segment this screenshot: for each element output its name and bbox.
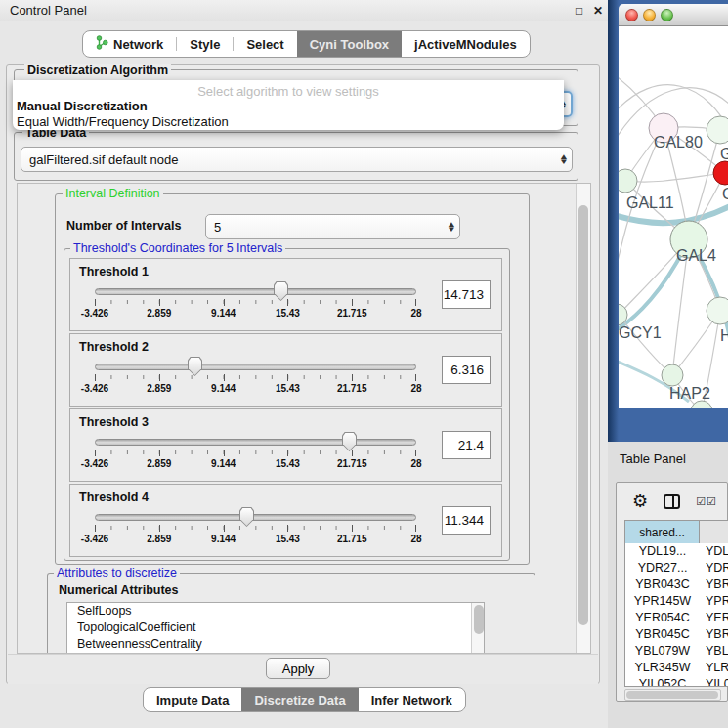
network-view-window: GAL80 G GAL11 C GAL4 GCY1 H HAP2: [608, 0, 728, 442]
threshold-2-slider-track[interactable]: [95, 364, 416, 370]
dropdown-option-manual[interactable]: Manual Discretization: [17, 99, 560, 114]
node-label-gal4: GAL4: [676, 247, 716, 265]
control-panel-titlebar: Control Panel: [0, 0, 608, 21]
threshold-4-slider-thumb[interactable]: [239, 507, 254, 527]
node-label-c: C: [722, 186, 728, 203]
zoom-window-button[interactable]: [661, 9, 673, 21]
tab-style[interactable]: Style: [177, 31, 233, 57]
numerical-attributes-list: SelfLoops TopologicalCoefficient Between…: [66, 602, 485, 654]
table-row[interactable]: YIL052CYIL0: [625, 676, 728, 687]
threshold-2-panel: Threshold 2 -3.426 2.859 9.144 15.43 21.…: [69, 333, 502, 407]
select-checkboxes-icon[interactable]: ☑☑: [696, 495, 717, 508]
table-row[interactable]: YBL079WYBL0: [625, 643, 728, 660]
dropdown-hint-option[interactable]: Select algorithm to view settings: [13, 84, 564, 99]
network-canvas[interactable]: GAL80 G GAL11 C GAL4 GCY1 H HAP2: [619, 26, 728, 408]
tab-network[interactable]: Network: [83, 31, 176, 57]
threshold-2-ticks: -3.426 2.859 9.144 15.43 21.715 28: [95, 374, 416, 380]
threshold-2-slider-thumb[interactable]: [188, 357, 202, 376]
tab-impute-data[interactable]: Impute Data: [144, 688, 241, 711]
table-panel-toolbar: ⚙ ☑☑: [617, 483, 727, 520]
node-h[interactable]: [707, 297, 728, 324]
number-of-intervals-spinner[interactable]: 5 ▲▼: [205, 214, 460, 239]
column-header-name[interactable]: na: [700, 521, 728, 543]
settings-scroll-area: Interval Definition Number of Intervals …: [17, 183, 591, 654]
threshold-1-slider-thumb[interactable]: [274, 281, 288, 301]
table-horizontal-scrollbar[interactable]: [624, 689, 721, 701]
combo-arrows-icon: ▲▼: [556, 154, 572, 164]
cyni-toolbox-panel: Discretization Algorithm ▲▼ Table Data g…: [6, 64, 600, 684]
table-data-combobox[interactable]: galFiltered.sif default node ▲▼: [21, 147, 573, 172]
close-window-button[interactable]: [625, 9, 638, 21]
threshold-4-value-field[interactable]: 11.344: [442, 506, 491, 535]
algorithm-dropdown-popup: Select algorithm to view settings Manual…: [13, 80, 564, 130]
threshold-2-value-field[interactable]: 6.316: [442, 356, 491, 384]
node-label-hap2: HAP2: [669, 385, 710, 403]
threshold-3-value-field[interactable]: 21.4: [442, 431, 491, 459]
dropdown-option-equal-width[interactable]: Equal Width/Frequency Discretization: [17, 114, 560, 130]
list-item[interactable]: TopologicalCoefficient: [67, 620, 484, 636]
column-header-shared-name[interactable]: shared...: [625, 521, 700, 543]
node-label-gal11: GAL11: [626, 194, 674, 212]
threshold-1-label: Threshold 1: [79, 265, 149, 278]
threshold-4-slider-track[interactable]: [95, 514, 416, 521]
node-label-gal80: GAL80: [654, 134, 703, 151]
control-panel-tabbar: Network Style Select Cyni Toolbox jActiv…: [82, 30, 531, 58]
table-row[interactable]: YBR045CYBR0: [625, 626, 728, 643]
number-of-intervals-value: 5: [206, 220, 444, 235]
float-panel-button[interactable]: □: [576, 4, 582, 18]
threshold-4-ticks: -3.426 2.859 9.144 15.43 21.715 28: [95, 525, 416, 531]
thresholds-group-title: Threshold's Coordinates for 5 Intervals: [70, 241, 285, 255]
node-g[interactable]: [707, 116, 728, 144]
spinner-arrows-icon: ▲▼: [444, 222, 459, 232]
interval-definition-title: Interval Definition: [63, 187, 163, 200]
settings-scrollbar[interactable]: [576, 184, 590, 653]
table-row[interactable]: YBR043CYBR0: [625, 577, 728, 593]
list-item[interactable]: BetweennessCentrality: [67, 636, 484, 653]
threshold-1-slider-track[interactable]: [95, 288, 416, 295]
tab-select[interactable]: Select: [234, 31, 296, 57]
table-row[interactable]: YER054CYER0: [625, 610, 728, 626]
apply-button[interactable]: Apply: [266, 658, 330, 679]
node-gal11[interactable]: [619, 169, 637, 193]
node-label-gcy1: GCY1: [619, 324, 662, 342]
threshold-4-label: Threshold 4: [79, 491, 149, 504]
threshold-3-ticks: -3.426 2.859 9.144 15.43 21.715 28: [95, 450, 416, 455]
list-item[interactable]: SelfLoops: [67, 603, 484, 620]
network-graph: [619, 26, 728, 408]
threshold-3-label: Threshold 3: [79, 415, 149, 429]
tab-discretize-data[interactable]: Discretize Data: [241, 688, 358, 711]
screen: Control Panel □ ✕ Network Style: [0, 0, 728, 728]
threshold-1-value-field[interactable]: 14.713: [442, 280, 491, 309]
threshold-3-slider-thumb[interactable]: [342, 432, 357, 451]
node-table: shared... na YDL19...YDL1 YDR27...YDR2 Y…: [624, 520, 728, 687]
columns-icon[interactable]: [664, 494, 680, 509]
threshold-2-label: Threshold 2: [79, 340, 149, 354]
node-hap2[interactable]: [662, 364, 683, 386]
close-panel-button[interactable]: ✕: [593, 4, 603, 18]
tab-infer-network[interactable]: Infer Network: [359, 688, 465, 711]
threshold-3-slider-track[interactable]: [95, 439, 416, 446]
network-icon: [96, 35, 108, 53]
control-panel: Control Panel □ ✕ Network Style: [0, 0, 608, 728]
minimize-window-button[interactable]: [643, 9, 656, 21]
gear-icon[interactable]: ⚙: [632, 492, 648, 510]
numerical-attributes-label: Numerical Attributes: [59, 583, 178, 597]
attributes-list-scrollbar[interactable]: [471, 603, 484, 654]
table-row[interactable]: YLR345WYLR3: [625, 660, 728, 676]
table-horizontal-scrollbar-thumb[interactable]: [626, 691, 718, 699]
table-row[interactable]: YDR27...YDR2: [625, 560, 728, 577]
settings-scrollbar-thumb[interactable]: [578, 205, 588, 625]
node-label-g: G: [720, 146, 728, 163]
table-panel-area: Table Panel ⚙ ☑☑ shared... na YDL19...YD…: [608, 442, 728, 728]
network-window-titlebar: [619, 4, 728, 26]
table-row[interactable]: YDL19...YDL1: [625, 543, 728, 560]
threshold-4-panel: Threshold 4 -3.426 2.859 9.144 15.43 21.…: [69, 484, 502, 557]
discretization-algorithm-title: Discretization Algorithm: [24, 64, 171, 77]
tab-cyni-toolbox[interactable]: Cyni Toolbox: [297, 31, 402, 57]
threshold-1-panel: Threshold 1 -3.426 2.859 9.144 15.43 21.…: [69, 258, 502, 331]
attributes-group-title: Attributes to discretize: [54, 566, 180, 579]
table-row[interactable]: YPR145WYPR1: [625, 593, 728, 610]
tab-jactivemnodules[interactable]: jActiveMNodules: [402, 31, 530, 57]
table-data-value: galFiltered.sif default node: [21, 152, 556, 167]
number-of-intervals-label: Number of Intervals: [66, 219, 181, 233]
